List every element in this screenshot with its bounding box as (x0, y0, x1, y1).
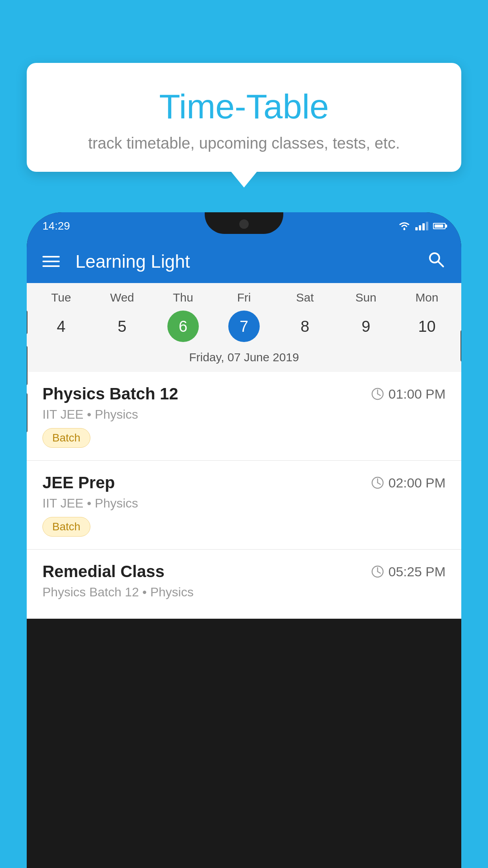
schedule-container: Physics Batch 12 01:00 PM IIT JEE • Phys… (27, 372, 461, 619)
day-mon: Mon (396, 291, 457, 304)
menu-button[interactable] (42, 256, 60, 267)
status-time: 14:29 (42, 220, 70, 232)
tooltip-title: Time-Table (50, 86, 438, 127)
vol-up-button (27, 311, 28, 334)
calendar-days-row: Tue Wed Thu Fri Sat Sun Mon (27, 283, 461, 307)
schedule-item-2[interactable]: JEE Prep 02:00 PM IIT JEE • Physics Batc… (27, 461, 461, 550)
schedule-title-2: JEE Prep (42, 473, 115, 492)
camera-notch (239, 219, 249, 229)
svg-point-0 (404, 228, 405, 230)
tooltip-subtitle: track timetable, upcoming classes, tests… (50, 134, 438, 152)
vol-down-button (27, 346, 28, 385)
date-9[interactable]: 9 (336, 311, 396, 342)
schedule-subtitle-1: IIT JEE • Physics (42, 407, 446, 422)
batch-badge-1: Batch (42, 428, 90, 448)
calendar-dates-row: 4 5 6 7 8 9 10 (27, 307, 461, 348)
clock-icon-2 (371, 476, 384, 489)
status-bar: 14:29 (27, 212, 461, 240)
date-8[interactable]: 8 (275, 311, 336, 342)
schedule-item-1-header: Physics Batch 12 01:00 PM (42, 384, 446, 403)
phone-frame: 14:29 Lear (27, 212, 461, 868)
status-icons (398, 221, 446, 231)
svg-line-8 (378, 483, 380, 484)
silent-button (27, 393, 28, 432)
schedule-time-3: 05:25 PM (371, 564, 446, 579)
date-10[interactable]: 10 (396, 311, 457, 342)
clock-icon-3 (371, 565, 384, 578)
schedule-title-3: Remedial Class (42, 562, 165, 581)
battery-icon (433, 223, 446, 229)
signal-icon (415, 222, 428, 230)
svg-line-5 (378, 394, 380, 395)
calendar-section: Tue Wed Thu Fri Sat Sun Mon 4 5 6 7 8 9 … (27, 283, 461, 372)
day-sat: Sat (275, 291, 336, 304)
power-button (460, 330, 461, 362)
schedule-time-1: 01:00 PM (371, 386, 446, 402)
selected-date-label: Friday, 07 June 2019 (27, 348, 461, 372)
schedule-item-3[interactable]: Remedial Class 05:25 PM Physics Batch 12… (27, 550, 461, 619)
app-title: Learning Light (75, 251, 415, 272)
schedule-subtitle-2: IIT JEE • Physics (42, 496, 446, 511)
search-button[interactable] (427, 250, 446, 273)
day-wed: Wed (92, 291, 152, 304)
schedule-item-3-header: Remedial Class 05:25 PM (42, 562, 446, 581)
schedule-title-1: Physics Batch 12 (42, 384, 178, 403)
schedule-item-2-header: JEE Prep 02:00 PM (42, 473, 446, 492)
day-thu: Thu (152, 291, 213, 304)
day-sun: Sun (336, 291, 396, 304)
schedule-item-1[interactable]: Physics Batch 12 01:00 PM IIT JEE • Phys… (27, 372, 461, 461)
svg-line-11 (378, 572, 380, 573)
batch-badge-2: Batch (42, 517, 90, 537)
date-7-selected[interactable]: 7 (228, 311, 260, 342)
app-bar: Learning Light (27, 240, 461, 283)
date-5[interactable]: 5 (92, 311, 152, 342)
schedule-subtitle-3: Physics Batch 12 • Physics (42, 585, 446, 600)
schedule-time-2: 02:00 PM (371, 475, 446, 491)
clock-icon-1 (371, 387, 384, 401)
day-tue: Tue (31, 291, 92, 304)
day-fri: Fri (213, 291, 274, 304)
date-6-today[interactable]: 6 (167, 311, 199, 342)
wifi-icon (398, 221, 411, 231)
tooltip-card: Time-Table track timetable, upcoming cla… (27, 63, 461, 172)
date-4[interactable]: 4 (31, 311, 92, 342)
svg-line-2 (438, 261, 443, 267)
